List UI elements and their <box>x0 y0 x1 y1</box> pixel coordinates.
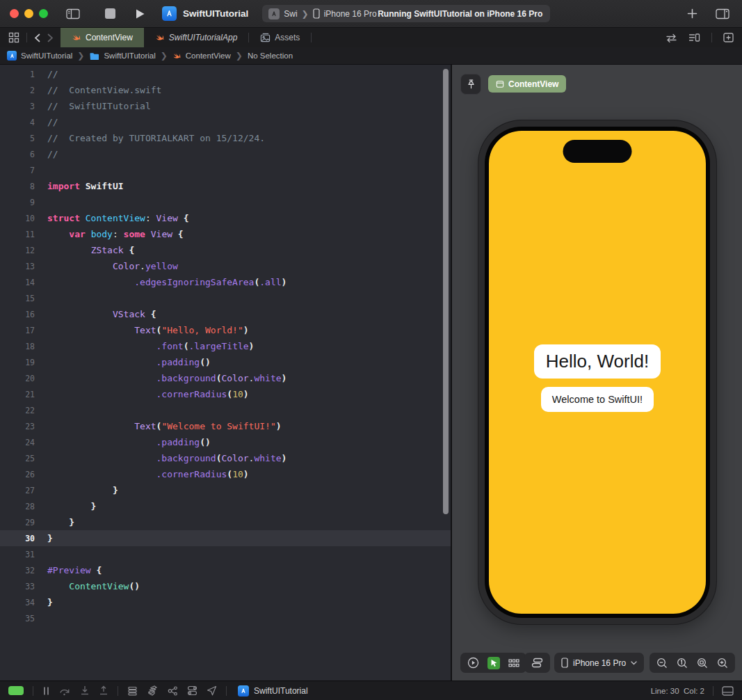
toggle-debug-area-button[interactable] <box>722 686 734 696</box>
stop-button[interactable] <box>105 8 115 19</box>
related-items-button[interactable] <box>8 32 19 43</box>
code-line[interactable]: 1// <box>0 66 451 82</box>
code-line[interactable]: 25 .background(Color.white) <box>0 450 451 466</box>
line-number[interactable]: 1 <box>0 70 35 79</box>
line-number[interactable]: 25 <box>0 454 35 463</box>
line-number[interactable]: 16 <box>0 310 35 319</box>
code-line[interactable]: 32#Preview { <box>0 562 451 578</box>
code-line[interactable]: 8import SwiftUI <box>0 178 451 194</box>
code-area[interactable]: 1//2// ContentView.swift3// SwiftUITutor… <box>0 65 451 681</box>
line-number[interactable]: 29 <box>0 518 35 527</box>
device-selector[interactable]: iPhone 16 Pro <box>561 658 637 668</box>
line-number[interactable]: 7 <box>0 166 35 175</box>
add-editor-button[interactable] <box>723 33 734 42</box>
code-line[interactable]: 19 .padding() <box>0 354 451 370</box>
line-number[interactable]: 11 <box>0 230 35 239</box>
tab-assets[interactable]: Assets <box>249 28 311 47</box>
environment-overrides-button[interactable] <box>187 685 197 696</box>
go-forward-button[interactable] <box>47 33 54 42</box>
live-preview-button[interactable] <box>467 657 479 669</box>
code-line[interactable]: 31 <box>0 546 451 562</box>
line-number[interactable]: 4 <box>0 118 35 127</box>
code-line[interactable]: 30} <box>0 530 451 546</box>
code-line[interactable]: 29 } <box>0 514 451 530</box>
breadcrumb-selection[interactable]: No Selection <box>248 51 293 60</box>
code-line[interactable]: 26 .cornerRadius(10) <box>0 466 451 482</box>
code-line[interactable]: 9 <box>0 194 451 210</box>
source-editor[interactable]: 1//2// ContentView.swift3// SwiftUITutor… <box>0 65 452 681</box>
fullscreen-button[interactable] <box>39 9 48 18</box>
code-line[interactable]: 11 var body: some View { <box>0 226 451 242</box>
code-line[interactable]: 15 <box>0 290 451 306</box>
line-number[interactable]: 17 <box>0 326 35 335</box>
line-number[interactable]: 33 <box>0 582 35 591</box>
code-line[interactable]: 3// SwiftUITutorial <box>0 98 451 114</box>
debug-process[interactable]: SwiftUITutorial <box>238 685 308 697</box>
code-line[interactable]: 14 .edgesIgnoringSafeArea(.all) <box>0 274 451 290</box>
step-over-button[interactable] <box>59 686 71 696</box>
line-number[interactable]: 23 <box>0 422 35 431</box>
zoom-out-button[interactable] <box>656 658 668 669</box>
line-number[interactable]: 5 <box>0 134 35 143</box>
step-into-button[interactable] <box>80 685 90 696</box>
line-number[interactable]: 8 <box>0 182 35 191</box>
network-debug-button[interactable] <box>167 686 178 696</box>
line-number[interactable]: 19 <box>0 358 35 367</box>
code-line[interactable]: 5// Created by TUTORIALKART on 15/12/24. <box>0 130 451 146</box>
editor-options-button[interactable] <box>688 33 700 42</box>
minimize-button[interactable] <box>24 9 33 18</box>
code-line[interactable]: 12 ZStack { <box>0 242 451 258</box>
line-number[interactable]: 12 <box>0 246 35 255</box>
line-number[interactable]: 20 <box>0 374 35 383</box>
toggle-navigator-button[interactable] <box>66 8 80 19</box>
run-button[interactable] <box>135 8 145 19</box>
close-button[interactable] <box>10 9 19 18</box>
line-number[interactable]: 31 <box>0 550 35 559</box>
line-number[interactable]: 18 <box>0 342 35 351</box>
code-line[interactable]: 18 .font(.largeTitle) <box>0 338 451 354</box>
code-line[interactable]: 4// <box>0 114 451 130</box>
simulate-location-button[interactable] <box>207 685 217 696</box>
breadcrumb-group[interactable]: SwiftUITutorial <box>89 51 155 61</box>
code-line[interactable]: 6// <box>0 146 451 162</box>
code-line[interactable]: 10struct ContentView: View { <box>0 210 451 226</box>
code-line[interactable]: 35 <box>0 610 451 626</box>
line-number[interactable]: 24 <box>0 438 35 447</box>
swap-editor-button[interactable] <box>666 33 677 42</box>
code-line[interactable]: 13 Color.yellow <box>0 258 451 274</box>
code-line[interactable]: 24 .padding() <box>0 434 451 450</box>
code-line[interactable]: 2// ContentView.swift <box>0 82 451 98</box>
go-back-button[interactable] <box>34 33 40 42</box>
code-line[interactable]: 7 <box>0 162 451 178</box>
line-number[interactable]: 6 <box>0 150 35 159</box>
line-number[interactable]: 22 <box>0 406 35 415</box>
code-line[interactable]: 27 } <box>0 482 451 498</box>
toggle-inspector-button[interactable] <box>716 8 729 19</box>
line-number[interactable]: 35 <box>0 614 35 623</box>
line-number[interactable]: 9 <box>0 198 35 207</box>
tab-contentview[interactable]: ContentView <box>61 28 144 47</box>
debug-view-hierarchy-button[interactable] <box>127 686 138 696</box>
line-number[interactable]: 34 <box>0 598 35 607</box>
zoom-in-button[interactable] <box>717 658 728 669</box>
code-line[interactable]: 33 ContentView() <box>0 578 451 594</box>
zoom-fit-button[interactable] <box>697 658 708 669</box>
activity-viewer[interactable]: Swi ❯ iPhone 16 Pro Running SwiftUITutor… <box>262 5 550 22</box>
code-line[interactable]: 21 .cornerRadius(10) <box>0 386 451 402</box>
code-line[interactable]: 34} <box>0 594 451 610</box>
code-line[interactable]: 16 VStack { <box>0 306 451 322</box>
pin-preview-button[interactable] <box>460 74 481 95</box>
tab-swiftuitutorialapp[interactable]: SwiftUITutorialApp <box>144 28 248 47</box>
breadcrumb-project[interactable]: SwiftUITutorial <box>7 51 72 61</box>
code-line[interactable]: 28 } <box>0 498 451 514</box>
debug-memory-graph-button[interactable] <box>147 685 158 696</box>
code-line[interactable]: 20 .background(Color.white) <box>0 370 451 386</box>
selectable-mode-button[interactable] <box>487 657 500 669</box>
line-number[interactable]: 3 <box>0 102 35 111</box>
breakpoints-toggle[interactable] <box>8 686 24 695</box>
line-number[interactable]: 14 <box>0 278 35 287</box>
preview-tag[interactable]: ContentView <box>488 75 566 93</box>
code-line[interactable]: 23 Text("Welcome to SwiftUI!") <box>0 418 451 434</box>
editor-scrollbar[interactable] <box>443 69 449 514</box>
line-number[interactable]: 30 <box>0 534 35 543</box>
